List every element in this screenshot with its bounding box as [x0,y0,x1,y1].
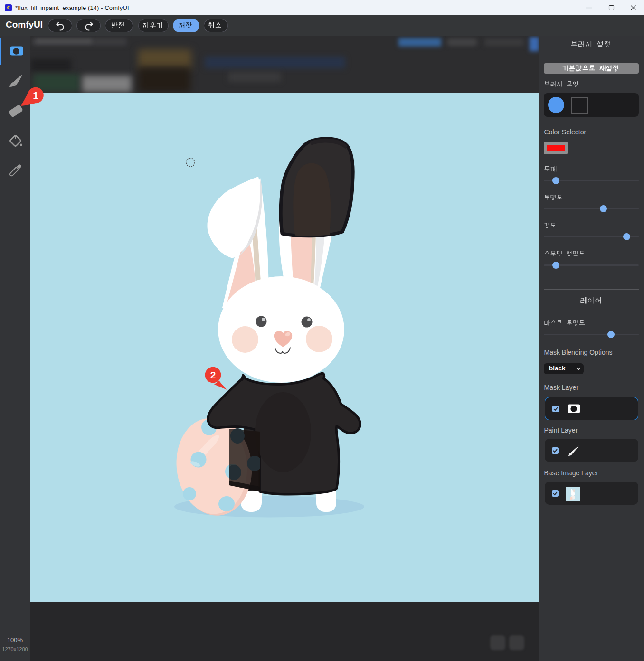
svg-text:2: 2 [210,369,216,380]
svg-text:1: 1 [33,90,38,101]
